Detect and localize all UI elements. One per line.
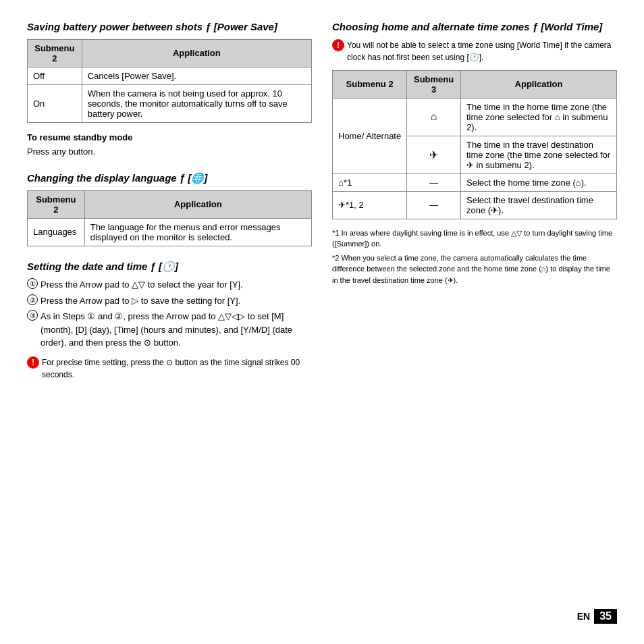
table-row: On When the camera is not being used for… xyxy=(28,84,312,122)
plane-select-application: Select the travel destination time zone … xyxy=(460,191,616,219)
table-row: ⌂*1 — Select the home time zone (⌂). xyxy=(333,173,617,191)
language-table: Submenu 2 Application Languages The lang… xyxy=(27,190,312,246)
note-icon: ! xyxy=(27,356,39,369)
col-submenu2-header: Submenu 2 xyxy=(28,39,82,67)
footnote-1: *1 In areas where daylight saving time i… xyxy=(332,227,617,250)
home-select-application: Select the home time zone (⌂). xyxy=(460,173,616,191)
power-save-table: Submenu 2 Application Off Cancels [Power… xyxy=(27,39,312,123)
wt-col-application: Application xyxy=(460,70,616,98)
datetime-note-text: For precise time setting, press the ⊙ bu… xyxy=(42,356,312,381)
home-application: The time in the home time zone (the time… xyxy=(460,98,616,136)
page-footer-label: EN xyxy=(577,611,590,622)
standby-title: To resume standby mode xyxy=(27,132,312,142)
col-application-header: Application xyxy=(82,39,311,67)
lang-col-submenu2: Submenu 2 xyxy=(28,190,85,218)
table-row: ✈*1, 2 — Select the travel destination t… xyxy=(333,191,617,219)
home-select-submenu3: — xyxy=(407,173,461,191)
left-column: Saving battery power between shots ƒ [Po… xyxy=(27,20,312,387)
world-time-title: Choosing home and alternate time zones ƒ… xyxy=(332,20,617,34)
step-2-text: Press the Arrow pad to ▷ to save the set… xyxy=(41,296,240,306)
plane-select-submenu3: — xyxy=(407,191,461,219)
world-time-note: ! You will not be able to select a time … xyxy=(332,39,617,63)
home-alternate-submenu: Home/ Alternate xyxy=(333,98,407,173)
power-save-title: Saving battery power between shots ƒ [Po… xyxy=(27,20,312,34)
step-1: ① Press the Arrow pad to △▽ to select th… xyxy=(27,278,312,292)
home-select-submenu2: ⌂*1 xyxy=(333,173,407,191)
step-num-1: ① xyxy=(27,278,38,289)
step-num-2: ② xyxy=(27,294,38,305)
wt-col-submenu2: Submenu 2 xyxy=(333,70,407,98)
world-time-note-text: You will not be able to select a time zo… xyxy=(347,39,617,63)
step-3-text: As in Steps ① and ②, press the Arrow pad… xyxy=(41,311,292,348)
plane-icon-submenu3: ✈ xyxy=(407,136,461,173)
table-row: Off Cancels [Power Save]. xyxy=(28,67,312,84)
off-submenu: Off xyxy=(28,67,82,84)
languages-submenu: Languages xyxy=(28,218,85,246)
step-num-3: ③ xyxy=(27,310,38,321)
step-1-text: Press the Arrow pad to △▽ to select the … xyxy=(41,279,243,290)
page-footer: EN 35 xyxy=(577,609,617,624)
step-3: ③ As in Steps ① and ②, press the Arrow p… xyxy=(27,310,312,350)
off-application: Cancels [Power Save]. xyxy=(82,67,311,84)
page-number: 35 xyxy=(594,609,617,624)
datetime-steps: ① Press the Arrow pad to △▽ to select th… xyxy=(27,278,312,350)
language-title: Changing the display language ƒ [🌐] xyxy=(27,171,312,185)
step-2: ② Press the Arrow pad to ▷ to save the s… xyxy=(27,294,312,308)
datetime-note: ! For precise time setting, press the ⊙ … xyxy=(27,356,312,381)
footnote-2: *2 When you select a time zone, the came… xyxy=(332,252,617,286)
plane-select-submenu2: ✈*1, 2 xyxy=(333,191,407,219)
footnotes: *1 In areas where daylight saving time i… xyxy=(332,227,617,286)
lang-col-application: Application xyxy=(84,190,311,218)
table-row: Languages The language for the menus and… xyxy=(28,218,312,246)
right-column: Choosing home and alternate time zones ƒ… xyxy=(332,20,617,387)
home-icon-submenu3: ⌂ xyxy=(407,98,461,136)
world-time-table: Submenu 2 Submenu 3 Application Home/ Al… xyxy=(332,70,617,219)
on-application: When the camera is not being used for ap… xyxy=(82,84,311,122)
wt-col-submenu3: Submenu 3 xyxy=(407,70,461,98)
plane-application: The time in the travel destination time … xyxy=(460,136,616,173)
on-submenu: On xyxy=(28,84,82,122)
world-time-note-icon: ! xyxy=(332,39,344,51)
datetime-title: Setting the date and time ƒ [🕐] xyxy=(27,260,312,273)
table-row: Home/ Alternate ⌂ The time in the home t… xyxy=(333,98,617,136)
languages-application: The language for the menus and error mes… xyxy=(84,218,311,246)
standby-body: Press any button. xyxy=(27,145,312,159)
